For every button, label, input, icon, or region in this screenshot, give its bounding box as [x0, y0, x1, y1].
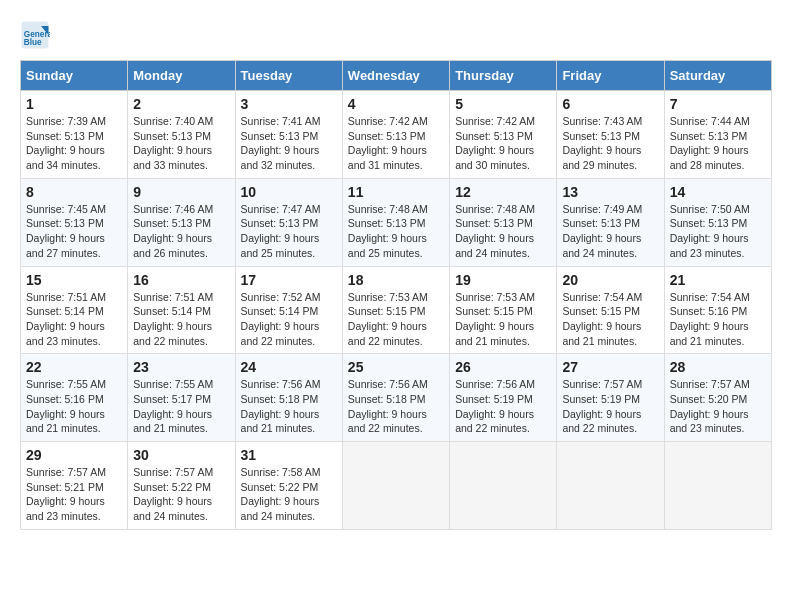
- calendar-cell: [664, 442, 771, 530]
- day-number: 1: [26, 96, 122, 112]
- day-info: Sunrise: 7:49 AM Sunset: 5:13 PM Dayligh…: [562, 202, 658, 261]
- day-info: Sunrise: 7:47 AM Sunset: 5:13 PM Dayligh…: [241, 202, 337, 261]
- calendar-cell: 17 Sunrise: 7:52 AM Sunset: 5:14 PM Dayl…: [235, 266, 342, 354]
- sunset-label: Sunset: 5:20 PM: [670, 393, 748, 405]
- day-number: 24: [241, 359, 337, 375]
- day-info: Sunrise: 7:57 AM Sunset: 5:19 PM Dayligh…: [562, 377, 658, 436]
- day-info: Sunrise: 7:55 AM Sunset: 5:17 PM Dayligh…: [133, 377, 229, 436]
- sunset-label: Sunset: 5:16 PM: [26, 393, 104, 405]
- day-number: 29: [26, 447, 122, 463]
- day-number: 10: [241, 184, 337, 200]
- day-number: 22: [26, 359, 122, 375]
- calendar-cell: 30 Sunrise: 7:57 AM Sunset: 5:22 PM Dayl…: [128, 442, 235, 530]
- day-info: Sunrise: 7:39 AM Sunset: 5:13 PM Dayligh…: [26, 114, 122, 173]
- column-header-monday: Monday: [128, 61, 235, 91]
- day-info: Sunrise: 7:43 AM Sunset: 5:13 PM Dayligh…: [562, 114, 658, 173]
- calendar-cell: [557, 442, 664, 530]
- calendar-cell: 6 Sunrise: 7:43 AM Sunset: 5:13 PM Dayli…: [557, 91, 664, 179]
- day-info: Sunrise: 7:41 AM Sunset: 5:13 PM Dayligh…: [241, 114, 337, 173]
- calendar-cell: 4 Sunrise: 7:42 AM Sunset: 5:13 PM Dayli…: [342, 91, 449, 179]
- day-info: Sunrise: 7:51 AM Sunset: 5:14 PM Dayligh…: [26, 290, 122, 349]
- sunset-label: Sunset: 5:18 PM: [348, 393, 426, 405]
- svg-text:Blue: Blue: [24, 38, 42, 47]
- day-info: Sunrise: 7:57 AM Sunset: 5:21 PM Dayligh…: [26, 465, 122, 524]
- daylight-label: Daylight: 9 hours and 22 minutes.: [241, 320, 320, 347]
- sunset-label: Sunset: 5:19 PM: [562, 393, 640, 405]
- daylight-label: Daylight: 9 hours and 30 minutes.: [455, 144, 534, 171]
- day-info: Sunrise: 7:57 AM Sunset: 5:20 PM Dayligh…: [670, 377, 766, 436]
- sunset-label: Sunset: 5:15 PM: [348, 305, 426, 317]
- sunset-label: Sunset: 5:22 PM: [133, 481, 211, 493]
- daylight-label: Daylight: 9 hours and 24 minutes.: [241, 495, 320, 522]
- day-number: 28: [670, 359, 766, 375]
- calendar-cell: 26 Sunrise: 7:56 AM Sunset: 5:19 PM Dayl…: [450, 354, 557, 442]
- day-number: 30: [133, 447, 229, 463]
- sunrise-label: Sunrise: 7:54 AM: [562, 291, 642, 303]
- day-number: 3: [241, 96, 337, 112]
- day-number: 4: [348, 96, 444, 112]
- calendar-cell: 27 Sunrise: 7:57 AM Sunset: 5:19 PM Dayl…: [557, 354, 664, 442]
- sunrise-label: Sunrise: 7:58 AM: [241, 466, 321, 478]
- daylight-label: Daylight: 9 hours and 29 minutes.: [562, 144, 641, 171]
- sunset-label: Sunset: 5:15 PM: [562, 305, 640, 317]
- sunset-label: Sunset: 5:13 PM: [670, 130, 748, 142]
- sunset-label: Sunset: 5:13 PM: [455, 217, 533, 229]
- sunset-label: Sunset: 5:13 PM: [348, 130, 426, 142]
- sunrise-label: Sunrise: 7:41 AM: [241, 115, 321, 127]
- day-number: 25: [348, 359, 444, 375]
- daylight-label: Daylight: 9 hours and 26 minutes.: [133, 232, 212, 259]
- sunset-label: Sunset: 5:19 PM: [455, 393, 533, 405]
- sunset-label: Sunset: 5:13 PM: [348, 217, 426, 229]
- day-number: 9: [133, 184, 229, 200]
- calendar-cell: 16 Sunrise: 7:51 AM Sunset: 5:14 PM Dayl…: [128, 266, 235, 354]
- sunrise-label: Sunrise: 7:44 AM: [670, 115, 750, 127]
- day-info: Sunrise: 7:40 AM Sunset: 5:13 PM Dayligh…: [133, 114, 229, 173]
- daylight-label: Daylight: 9 hours and 31 minutes.: [348, 144, 427, 171]
- day-info: Sunrise: 7:53 AM Sunset: 5:15 PM Dayligh…: [455, 290, 551, 349]
- sunset-label: Sunset: 5:18 PM: [241, 393, 319, 405]
- sunrise-label: Sunrise: 7:40 AM: [133, 115, 213, 127]
- calendar-cell: 24 Sunrise: 7:56 AM Sunset: 5:18 PM Dayl…: [235, 354, 342, 442]
- calendar-cell: 2 Sunrise: 7:40 AM Sunset: 5:13 PM Dayli…: [128, 91, 235, 179]
- day-number: 11: [348, 184, 444, 200]
- day-info: Sunrise: 7:42 AM Sunset: 5:13 PM Dayligh…: [455, 114, 551, 173]
- daylight-label: Daylight: 9 hours and 23 minutes.: [670, 408, 749, 435]
- day-info: Sunrise: 7:52 AM Sunset: 5:14 PM Dayligh…: [241, 290, 337, 349]
- day-number: 31: [241, 447, 337, 463]
- sunrise-label: Sunrise: 7:57 AM: [562, 378, 642, 390]
- sunset-label: Sunset: 5:13 PM: [241, 217, 319, 229]
- day-info: Sunrise: 7:56 AM Sunset: 5:19 PM Dayligh…: [455, 377, 551, 436]
- day-number: 8: [26, 184, 122, 200]
- sunrise-label: Sunrise: 7:49 AM: [562, 203, 642, 215]
- calendar-cell: 31 Sunrise: 7:58 AM Sunset: 5:22 PM Dayl…: [235, 442, 342, 530]
- sunrise-label: Sunrise: 7:55 AM: [133, 378, 213, 390]
- sunrise-label: Sunrise: 7:54 AM: [670, 291, 750, 303]
- day-info: Sunrise: 7:56 AM Sunset: 5:18 PM Dayligh…: [348, 377, 444, 436]
- sunrise-label: Sunrise: 7:56 AM: [241, 378, 321, 390]
- column-header-saturday: Saturday: [664, 61, 771, 91]
- calendar-cell: 22 Sunrise: 7:55 AM Sunset: 5:16 PM Dayl…: [21, 354, 128, 442]
- sunrise-label: Sunrise: 7:46 AM: [133, 203, 213, 215]
- sunrise-label: Sunrise: 7:57 AM: [26, 466, 106, 478]
- daylight-label: Daylight: 9 hours and 22 minutes.: [348, 320, 427, 347]
- sunrise-label: Sunrise: 7:48 AM: [455, 203, 535, 215]
- day-info: Sunrise: 7:46 AM Sunset: 5:13 PM Dayligh…: [133, 202, 229, 261]
- calendar-cell: 13 Sunrise: 7:49 AM Sunset: 5:13 PM Dayl…: [557, 178, 664, 266]
- day-number: 5: [455, 96, 551, 112]
- day-info: Sunrise: 7:45 AM Sunset: 5:13 PM Dayligh…: [26, 202, 122, 261]
- sunrise-label: Sunrise: 7:57 AM: [670, 378, 750, 390]
- sunset-label: Sunset: 5:13 PM: [241, 130, 319, 142]
- day-number: 14: [670, 184, 766, 200]
- daylight-label: Daylight: 9 hours and 21 minutes.: [241, 408, 320, 435]
- daylight-label: Daylight: 9 hours and 33 minutes.: [133, 144, 212, 171]
- calendar-cell: 14 Sunrise: 7:50 AM Sunset: 5:13 PM Dayl…: [664, 178, 771, 266]
- day-number: 2: [133, 96, 229, 112]
- daylight-label: Daylight: 9 hours and 23 minutes.: [26, 320, 105, 347]
- day-info: Sunrise: 7:58 AM Sunset: 5:22 PM Dayligh…: [241, 465, 337, 524]
- daylight-label: Daylight: 9 hours and 24 minutes.: [133, 495, 212, 522]
- header-row: SundayMondayTuesdayWednesdayThursdayFrid…: [21, 61, 772, 91]
- daylight-label: Daylight: 9 hours and 21 minutes.: [26, 408, 105, 435]
- sunrise-label: Sunrise: 7:57 AM: [133, 466, 213, 478]
- day-number: 13: [562, 184, 658, 200]
- calendar-cell: 12 Sunrise: 7:48 AM Sunset: 5:13 PM Dayl…: [450, 178, 557, 266]
